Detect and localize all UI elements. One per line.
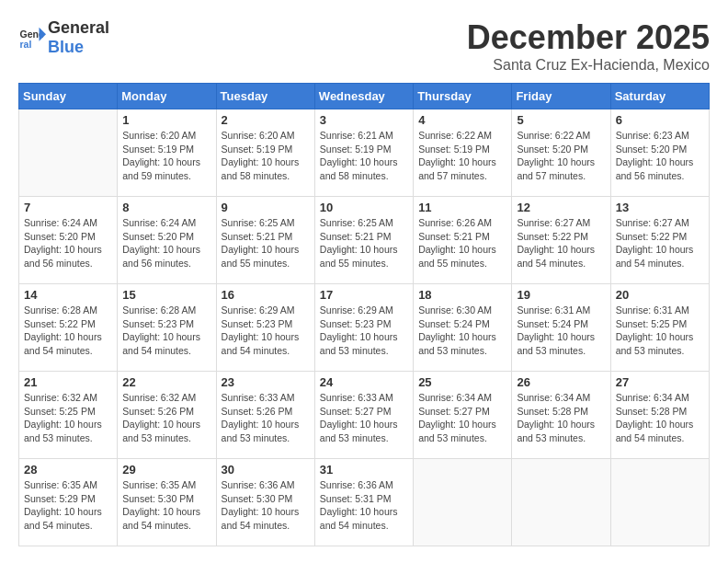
calendar-cell: 31Sunrise: 6:36 AM Sunset: 5:31 PM Dayli… [314,459,413,546]
calendar-cell [512,459,610,546]
week-row-2: 7Sunrise: 6:24 AM Sunset: 5:20 PM Daylig… [19,197,710,284]
page-header: Gene ral General Blue December 2025 Sant… [18,18,710,74]
weekday-header-saturday: Saturday [610,84,709,109]
day-number: 4 [418,113,506,127]
day-info: Sunrise: 6:27 AM Sunset: 5:22 PM Dayligh… [517,216,605,270]
calendar-cell: 18Sunrise: 6:30 AM Sunset: 5:24 PM Dayli… [414,284,512,372]
day-info: Sunrise: 6:30 AM Sunset: 5:24 PM Dayligh… [418,304,506,358]
day-info: Sunrise: 6:32 AM Sunset: 5:25 PM Dayligh… [24,391,112,445]
calendar-cell: 6Sunrise: 6:23 AM Sunset: 5:20 PM Daylig… [610,109,709,197]
day-number: 19 [517,288,605,302]
day-info: Sunrise: 6:34 AM Sunset: 5:27 PM Dayligh… [418,391,506,445]
day-info: Sunrise: 6:25 AM Sunset: 5:21 PM Dayligh… [222,216,310,270]
calendar-cell: 21Sunrise: 6:32 AM Sunset: 5:25 PM Dayli… [19,372,118,459]
calendar-cell: 2Sunrise: 6:20 AM Sunset: 5:19 PM Daylig… [216,109,314,197]
calendar-cell: 11Sunrise: 6:26 AM Sunset: 5:21 PM Dayli… [414,197,512,284]
day-info: Sunrise: 6:35 AM Sunset: 5:29 PM Dayligh… [24,478,112,533]
calendar-cell: 15Sunrise: 6:28 AM Sunset: 5:23 PM Dayli… [118,284,216,372]
day-number: 20 [616,288,704,302]
calendar-cell: 19Sunrise: 6:31 AM Sunset: 5:24 PM Dayli… [512,284,610,372]
calendar-cell: 10Sunrise: 6:25 AM Sunset: 5:21 PM Dayli… [314,197,413,284]
calendar-table: SundayMondayTuesdayWednesdayThursdayFrid… [18,83,710,546]
calendar-cell: 13Sunrise: 6:27 AM Sunset: 5:22 PM Dayli… [610,197,709,284]
day-number: 12 [517,201,605,214]
day-number: 21 [24,375,112,389]
title-area: December 2025 Santa Cruz Ex-Hacienda, Me… [467,18,710,74]
day-info: Sunrise: 6:27 AM Sunset: 5:22 PM Dayligh… [616,216,704,270]
calendar-cell: 8Sunrise: 6:24 AM Sunset: 5:20 PM Daylig… [118,197,216,284]
day-number: 10 [320,201,408,214]
weekday-header-sunday: Sunday [19,84,118,109]
day-number: 2 [222,113,310,127]
day-info: Sunrise: 6:35 AM Sunset: 5:30 PM Dayligh… [122,478,210,533]
day-info: Sunrise: 6:32 AM Sunset: 5:26 PM Dayligh… [122,391,210,445]
day-number: 28 [24,463,112,477]
day-number: 8 [122,201,210,214]
week-row-3: 14Sunrise: 6:28 AM Sunset: 5:22 PM Dayli… [19,284,710,372]
day-number: 31 [320,463,408,477]
day-number: 15 [122,288,210,302]
day-info: Sunrise: 6:33 AM Sunset: 5:27 PM Dayligh… [320,391,408,445]
day-number: 24 [320,375,408,389]
day-info: Sunrise: 6:28 AM Sunset: 5:22 PM Dayligh… [24,304,112,358]
day-number: 13 [616,201,704,214]
day-number: 29 [122,463,210,477]
calendar-cell: 26Sunrise: 6:34 AM Sunset: 5:28 PM Dayli… [512,372,610,459]
week-row-5: 28Sunrise: 6:35 AM Sunset: 5:29 PM Dayli… [19,459,710,546]
day-number: 6 [616,113,704,127]
calendar-cell: 20Sunrise: 6:31 AM Sunset: 5:25 PM Dayli… [610,284,709,372]
weekday-header-monday: Monday [118,84,216,109]
day-info: Sunrise: 6:31 AM Sunset: 5:25 PM Dayligh… [616,304,704,358]
calendar-cell: 23Sunrise: 6:33 AM Sunset: 5:26 PM Dayli… [216,372,314,459]
calendar-cell: 24Sunrise: 6:33 AM Sunset: 5:27 PM Dayli… [314,372,413,459]
weekday-header-tuesday: Tuesday [216,84,314,109]
month-title: December 2025 [467,18,710,57]
logo-general-text: General [48,18,109,37]
svg-text:ral: ral [20,39,32,50]
day-number: 25 [418,375,506,389]
calendar-cell: 17Sunrise: 6:29 AM Sunset: 5:23 PM Dayli… [314,284,413,372]
day-info: Sunrise: 6:22 AM Sunset: 5:19 PM Dayligh… [418,129,506,183]
day-number: 3 [320,113,408,127]
calendar-cell: 16Sunrise: 6:29 AM Sunset: 5:23 PM Dayli… [216,284,314,372]
weekday-header-friday: Friday [512,84,610,109]
day-info: Sunrise: 6:36 AM Sunset: 5:30 PM Dayligh… [222,478,310,533]
week-row-1: 1Sunrise: 6:20 AM Sunset: 5:19 PM Daylig… [19,109,710,197]
calendar-cell: 22Sunrise: 6:32 AM Sunset: 5:26 PM Dayli… [118,372,216,459]
calendar-cell: 3Sunrise: 6:21 AM Sunset: 5:19 PM Daylig… [314,109,413,197]
day-info: Sunrise: 6:23 AM Sunset: 5:20 PM Dayligh… [616,129,704,183]
day-info: Sunrise: 6:31 AM Sunset: 5:24 PM Dayligh… [517,304,605,358]
calendar-cell: 29Sunrise: 6:35 AM Sunset: 5:30 PM Dayli… [118,459,216,546]
day-number: 11 [418,201,506,214]
calendar-cell: 12Sunrise: 6:27 AM Sunset: 5:22 PM Dayli… [512,197,610,284]
day-number: 27 [616,375,704,389]
day-info: Sunrise: 6:34 AM Sunset: 5:28 PM Dayligh… [616,391,704,445]
calendar-cell: 28Sunrise: 6:35 AM Sunset: 5:29 PM Dayli… [19,459,118,546]
calendar-cell [610,459,709,546]
day-info: Sunrise: 6:33 AM Sunset: 5:26 PM Dayligh… [222,391,310,445]
day-info: Sunrise: 6:28 AM Sunset: 5:23 PM Dayligh… [122,304,210,358]
day-number: 26 [517,375,605,389]
day-info: Sunrise: 6:29 AM Sunset: 5:23 PM Dayligh… [320,304,408,358]
calendar-cell: 9Sunrise: 6:25 AM Sunset: 5:21 PM Daylig… [216,197,314,284]
day-number: 18 [418,288,506,302]
day-info: Sunrise: 6:22 AM Sunset: 5:20 PM Dayligh… [517,129,605,183]
weekday-header-thursday: Thursday [414,84,512,109]
logo: Gene ral General Blue [18,18,109,57]
day-number: 22 [122,375,210,389]
calendar-cell: 30Sunrise: 6:36 AM Sunset: 5:30 PM Dayli… [216,459,314,546]
day-number: 14 [24,288,112,302]
day-info: Sunrise: 6:29 AM Sunset: 5:23 PM Dayligh… [222,304,310,358]
logo-icon: Gene ral [18,24,46,52]
day-info: Sunrise: 6:26 AM Sunset: 5:21 PM Dayligh… [418,216,506,270]
day-number: 1 [122,113,210,127]
day-info: Sunrise: 6:34 AM Sunset: 5:28 PM Dayligh… [517,391,605,445]
calendar-cell: 27Sunrise: 6:34 AM Sunset: 5:28 PM Dayli… [610,372,709,459]
day-info: Sunrise: 6:25 AM Sunset: 5:21 PM Dayligh… [320,216,408,270]
day-info: Sunrise: 6:24 AM Sunset: 5:20 PM Dayligh… [122,216,210,270]
day-number: 7 [24,201,112,214]
calendar-cell: 5Sunrise: 6:22 AM Sunset: 5:20 PM Daylig… [512,109,610,197]
calendar-cell: 14Sunrise: 6:28 AM Sunset: 5:22 PM Dayli… [19,284,118,372]
calendar-cell [414,459,512,546]
day-info: Sunrise: 6:20 AM Sunset: 5:19 PM Dayligh… [222,129,310,183]
